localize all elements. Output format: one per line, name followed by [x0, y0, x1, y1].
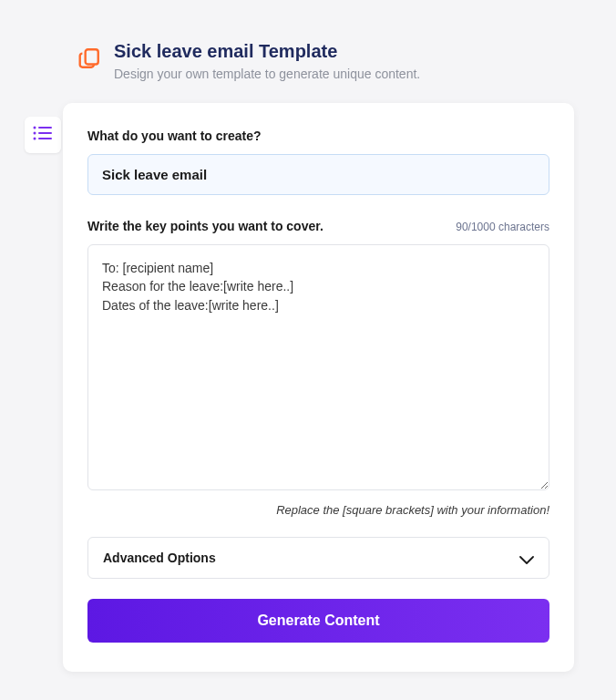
list-icon	[33, 125, 53, 145]
advanced-options-toggle[interactable]: Advanced Options	[87, 537, 549, 579]
svg-rect-4	[38, 132, 52, 134]
svg-point-5	[34, 138, 36, 140]
create-label: What do you want to create?	[87, 129, 549, 143]
advanced-options-label: Advanced Options	[103, 551, 216, 565]
page-title: Sick leave email Template	[114, 39, 420, 63]
form-card: What do you want to create? Write the ke…	[63, 103, 574, 672]
create-input[interactable]	[87, 154, 549, 195]
char-count: 90/1000 characters	[456, 221, 549, 233]
page-subtitle: Design your own template to generate uni…	[114, 67, 420, 81]
svg-rect-2	[38, 127, 52, 129]
keypoints-textarea[interactable]	[87, 244, 549, 490]
svg-point-1	[34, 127, 36, 129]
copy-icon	[77, 46, 101, 70]
svg-rect-0	[86, 49, 98, 64]
generate-button[interactable]: Generate Content	[87, 599, 549, 643]
helper-text: Replace the [square brackets] with your …	[87, 503, 549, 517]
sidebar-toggle[interactable]	[25, 117, 61, 153]
keypoints-label: Write the key points you want to cover.	[87, 219, 323, 233]
svg-point-3	[34, 132, 36, 135]
svg-rect-6	[38, 138, 52, 139]
chevron-down-icon	[519, 553, 534, 562]
page-header: Sick leave email Template Design your ow…	[0, 0, 616, 81]
